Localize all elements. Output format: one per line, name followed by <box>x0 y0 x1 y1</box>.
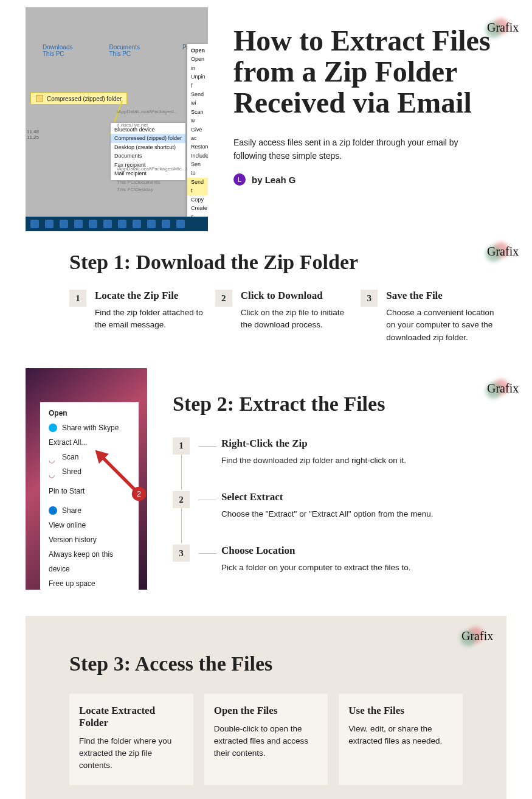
step-number: 3 <box>361 290 378 307</box>
page-title: How to Extract Files from a Zip Folder R… <box>233 26 496 119</box>
item-body: Choose a convenient location on your com… <box>386 307 496 344</box>
item-title: Select Extract <box>221 491 434 503</box>
step-number: 2 <box>215 290 232 307</box>
hero-section: Downloads This PC Documents This PC Pict… <box>0 0 532 231</box>
item-title: Click to Download <box>241 290 350 302</box>
item-title: Locate the Zip File <box>95 290 204 302</box>
author: by Leah G <box>252 175 296 185</box>
highlight-label: Compressed (zipped) folder <box>30 92 127 105</box>
hero-screenshot: Downloads This PC Documents This PC Pict… <box>26 7 208 231</box>
step2-item: 3 Choose Location Pick a folder on your … <box>173 545 496 574</box>
item-body: Choose the "Extract" or "Extract All" op… <box>221 508 434 520</box>
step3-section: Grafix Step 3: Access the Files Locate E… <box>26 616 506 800</box>
step3-heading: Step 3: Access the Files <box>69 652 463 675</box>
byline: L by Leah G <box>233 173 496 186</box>
item-title: Right-Click the Zip <box>221 438 406 450</box>
step-number: 1 <box>173 438 190 455</box>
page-subtitle: Easily access files sent in a zip folder… <box>233 136 477 163</box>
card-title: Use the Files <box>348 705 453 717</box>
step-number: 3 <box>173 545 190 562</box>
step3-card: Locate Extracted Folder Find the folder … <box>69 694 193 786</box>
step-number: 1 <box>69 290 86 307</box>
svg-text:2: 2 <box>137 490 141 498</box>
brand-logo: Grafix <box>485 377 515 401</box>
card-title: Open the Files <box>214 705 319 717</box>
step2-item: 2 Select Extract Choose the "Extract" or… <box>173 491 496 520</box>
step1-section: Grafix Step 1: Download the Zip Folder 1… <box>0 231 532 344</box>
card-title: Locate Extracted Folder <box>79 705 184 729</box>
avatar: L <box>233 173 246 186</box>
svg-line-0 <box>101 455 139 494</box>
item-title: Choose Location <box>221 545 410 557</box>
context-menu-right: Open Open in Unpin f Send wi Scan w Give… <box>187 44 208 231</box>
brand-logo: Grafix <box>485 240 515 264</box>
item-body: Find the downloaded zip folder and right… <box>221 455 406 467</box>
step2-screenshot: Open Share with Skype Extract All... ◡Sc… <box>26 368 147 590</box>
folder-tile: Downloads This PC <box>43 44 72 57</box>
brand-logo: Grafix <box>485 16 515 40</box>
card-body: View, edit, or share the extracted files… <box>348 723 453 748</box>
step1-item: 2 Click to Download Click on the zip fil… <box>215 290 350 344</box>
step3-card: Use the Files View, edit, or share the e… <box>339 694 463 786</box>
step3-card: Open the Files Double-click to open the … <box>204 694 328 786</box>
item-body: Click on the zip file to initiate the do… <box>241 307 350 332</box>
taskbar <box>26 217 208 231</box>
step2-section: Open Share with Skype Extract All... ◡Sc… <box>0 368 532 599</box>
step2-item: 1 Right-Click the Zip Find the downloade… <box>173 438 496 467</box>
red-arrow-icon: 2 <box>92 447 147 502</box>
step1-item: 1 Locate the Zip File Find the zip folde… <box>69 290 204 344</box>
item-body: Pick a folder on your computer to extrac… <box>221 562 410 574</box>
card-body: Double-click to open the extracted files… <box>214 723 319 760</box>
step1-heading: Step 1: Download the Zip Folder <box>69 251 496 274</box>
card-body: Find the folder where you extracted the … <box>79 735 184 772</box>
step-number: 2 <box>173 491 190 508</box>
folder-tile: Documents This PC <box>109 44 140 57</box>
item-title: Save the File <box>386 290 496 302</box>
brand-logo: Grafix <box>459 624 489 649</box>
step1-item: 3 Save the File Choose a convenient loca… <box>361 290 496 344</box>
item-body: Find the zip folder attached to the emai… <box>95 307 204 332</box>
highlight-text: Compressed (zipped) folder <box>47 96 122 102</box>
step2-heading: Step 2: Extract the Files <box>173 393 496 416</box>
